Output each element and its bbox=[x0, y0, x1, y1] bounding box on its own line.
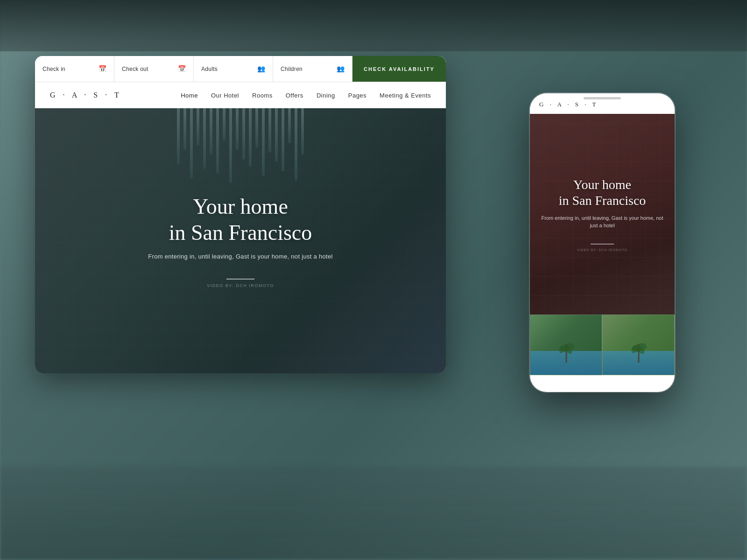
nav-our-hotel[interactable]: Our Hotel bbox=[211, 92, 239, 99]
bg-bottom-decoration bbox=[0, 467, 747, 560]
bg-top-decoration bbox=[0, 0, 747, 51]
check-out-label: Check out bbox=[122, 66, 148, 72]
adults-icon: 👥 bbox=[257, 65, 265, 73]
check-in-field[interactable]: Check in 📅 bbox=[35, 56, 114, 82]
mobile-video-credit: VIDEO BY: DCH IROMOTO bbox=[539, 248, 665, 252]
desktop-logo[interactable]: G · A · S · T bbox=[50, 91, 122, 99]
mobile-hero-content: Your home in San Francisco From entering… bbox=[530, 177, 675, 251]
booking-bar: Check in 📅 Check out 📅 Adults 👥 Children… bbox=[35, 56, 446, 82]
mobile-hero-subtitle: From entering in, until leaving, Gast is… bbox=[539, 214, 665, 230]
nav-links: Home Our Hotel Rooms Offers Dining Pages… bbox=[181, 91, 431, 99]
adults-label: Adults bbox=[201, 66, 218, 72]
mobile-hero-title: Your home in San Francisco bbox=[539, 177, 665, 208]
children-field[interactable]: Children 👥 bbox=[273, 56, 352, 82]
hero-title: Your home in San Francisco bbox=[148, 194, 332, 245]
mobile-photo-grid bbox=[530, 315, 675, 375]
mobile-divider bbox=[591, 244, 614, 245]
mobile-mockup: G · A · S · T Your home in San Francisco… bbox=[530, 93, 675, 392]
mobile-hero: Your home in San Francisco From entering… bbox=[530, 114, 675, 315]
check-in-label: Check in bbox=[42, 66, 65, 72]
children-label: Children bbox=[281, 66, 303, 72]
mobile-nav: G · A · S · T bbox=[530, 93, 675, 114]
video-credit: VIDEO BY: DCH IROMOTO bbox=[148, 283, 332, 288]
nav-meeting-events[interactable]: Meeting & Events bbox=[380, 92, 431, 99]
desktop-mockup: Check in 📅 Check out 📅 Adults 👥 Children… bbox=[35, 56, 446, 373]
check-availability-button[interactable]: CHECK AVAILABILITY bbox=[352, 56, 446, 82]
photo-cell-2 bbox=[602, 315, 675, 375]
desktop-hero: Your home in San Francisco From entering… bbox=[35, 108, 446, 373]
hero-divider bbox=[226, 279, 254, 280]
calendar-icon-2: 📅 bbox=[178, 65, 186, 73]
nav-offers[interactable]: Offers bbox=[286, 92, 303, 99]
nav-rooms[interactable]: Rooms bbox=[252, 92, 273, 99]
palm-shape-2 bbox=[638, 344, 639, 363]
check-out-field[interactable]: Check out 📅 bbox=[114, 56, 194, 82]
children-icon: 👥 bbox=[337, 65, 345, 73]
nav-dining[interactable]: Dining bbox=[317, 92, 335, 99]
adults-field[interactable]: Adults 👥 bbox=[194, 56, 273, 82]
mobile-logo[interactable]: G · A · S · T bbox=[539, 101, 599, 108]
nav-pages[interactable]: Pages bbox=[348, 92, 366, 99]
hero-subtitle: From entering in, until leaving, Gast is… bbox=[148, 253, 332, 260]
calendar-icon: 📅 bbox=[99, 65, 106, 73]
mobile-notch bbox=[584, 97, 621, 99]
photo-cell-1 bbox=[530, 315, 602, 375]
palm-shape-1 bbox=[565, 344, 567, 363]
desktop-navbar: G · A · S · T Home Our Hotel Rooms Offer… bbox=[35, 82, 446, 108]
nav-home[interactable]: Home bbox=[181, 92, 198, 99]
desktop-hero-content: Your home in San Francisco From entering… bbox=[129, 194, 351, 287]
